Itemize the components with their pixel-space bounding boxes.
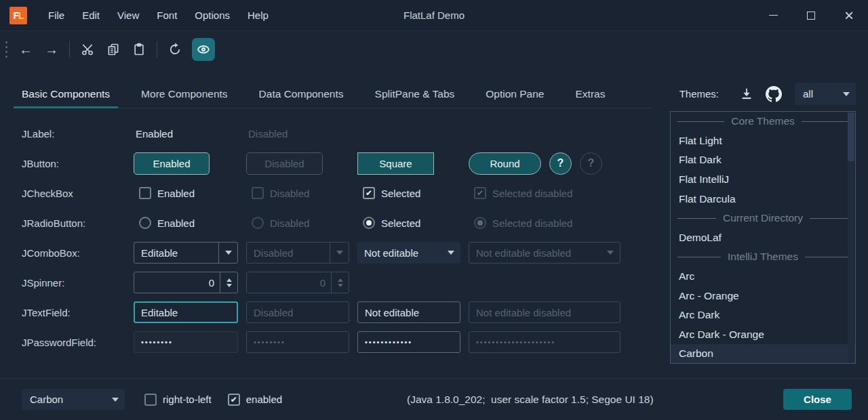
- spinner-up-icon[interactable]: [226, 278, 232, 282]
- password-input: [365, 338, 453, 346]
- combobox-editable[interactable]: Editable: [134, 242, 238, 264]
- row-jbutton: JButton: Enabled Disabled Square Round ?…: [0, 148, 620, 178]
- tab-more-components[interactable]: More Components: [133, 80, 236, 108]
- theme-item[interactable]: Arc Dark: [671, 306, 855, 325]
- theme-item[interactable]: Flat Light: [671, 131, 855, 151]
- themes-filter-combobox[interactable]: all: [795, 83, 856, 105]
- menu-options[interactable]: Options: [186, 0, 239, 31]
- menu-view[interactable]: View: [108, 0, 148, 31]
- passwordfield-editable[interactable]: [134, 331, 238, 353]
- logo-letter-l: L: [18, 10, 24, 21]
- scrollbar-thumb[interactable]: [848, 112, 854, 161]
- spinner-enabled[interactable]: [134, 272, 238, 293]
- close-window-button[interactable]: ×: [830, 0, 868, 30]
- paste-button[interactable]: [126, 37, 152, 62]
- toolbar-separator: [69, 41, 70, 58]
- textfield-input: [254, 307, 342, 318]
- passwordfield-not-editable-disabled: [469, 331, 620, 353]
- minimize-icon: [769, 15, 778, 16]
- github-icon: [766, 86, 782, 102]
- tab-extras[interactable]: Extras: [568, 80, 614, 108]
- radio-selected-icon: [363, 217, 375, 229]
- github-button[interactable]: [762, 83, 785, 105]
- checkbox-label: right-to-left: [163, 394, 212, 405]
- theme-item[interactable]: DemoLaf: [671, 228, 855, 248]
- spinner-buttons[interactable]: [220, 272, 237, 293]
- row-jlabel: JLabel: Enabled Disabled: [0, 119, 620, 148]
- tab-splitpane-tabs[interactable]: SplitPane & Tabs: [367, 80, 463, 108]
- maximize-button[interactable]: [792, 0, 830, 30]
- checkbox-enabled[interactable]: Enabled: [139, 187, 238, 199]
- help-button[interactable]: ?: [549, 152, 572, 175]
- combobox-value[interactable]: Editable: [134, 247, 218, 259]
- toolbar-separator: [157, 41, 157, 58]
- spinner-up-icon: [338, 278, 343, 282]
- eye-toggle-button[interactable]: [192, 38, 215, 61]
- chevron-down-icon[interactable]: [218, 243, 237, 263]
- checkbox-icon: [144, 394, 157, 406]
- scrollbar[interactable]: [848, 112, 854, 362]
- theme-switcher-value: Carbon: [22, 394, 106, 405]
- theme-group-separator: IntelliJ Themes: [671, 247, 855, 267]
- textfield-input[interactable]: [141, 307, 231, 318]
- question-icon: ?: [557, 157, 564, 169]
- row-label: JCheckBox: [22, 188, 134, 199]
- forward-button[interactable]: →: [39, 37, 64, 62]
- tab-data-components[interactable]: Data Components: [251, 80, 352, 108]
- refresh-button[interactable]: [162, 37, 188, 62]
- row-jpasswordfield: JPasswordField:: [0, 327, 620, 357]
- toolbar: ← →: [0, 31, 868, 68]
- menu-file[interactable]: File: [39, 0, 73, 31]
- theme-switcher-combobox[interactable]: Carbon: [22, 389, 125, 410]
- combobox-not-editable[interactable]: Not editable: [357, 242, 460, 264]
- radio-enabled[interactable]: Enabled: [139, 217, 238, 229]
- row-label: JTextField:: [22, 307, 134, 318]
- toolbar-drag-handle[interactable]: [5, 41, 7, 58]
- enabled-checkbox[interactable]: ✔ enabled: [228, 394, 282, 406]
- checkbox-checked-icon: ✔: [474, 187, 486, 199]
- jbutton-enabled[interactable]: Enabled: [134, 152, 210, 175]
- checkbox-disabled: Disabled: [252, 187, 349, 199]
- combobox-value: Not editable: [357, 247, 441, 259]
- password-input[interactable]: [141, 338, 231, 346]
- passwordfield-not-editable[interactable]: [357, 331, 460, 353]
- theme-item[interactable]: Flat Dark: [671, 150, 855, 170]
- row-label: JButton:: [22, 158, 134, 169]
- theme-item[interactable]: Arc Dark - Orange: [671, 325, 855, 345]
- close-button[interactable]: Close: [783, 389, 852, 410]
- row-jradiobutton: JRadioButton: Enabled Disabled Selected …: [0, 208, 620, 238]
- textfield-editable[interactable]: [134, 301, 238, 323]
- textfield-not-editable[interactable]: [357, 301, 460, 323]
- spinner-input[interactable]: [134, 272, 220, 293]
- theme-item[interactable]: Arc: [671, 267, 855, 287]
- back-button[interactable]: ←: [13, 37, 39, 62]
- menu-edit[interactable]: Edit: [73, 0, 108, 31]
- jbutton-square[interactable]: Square: [357, 152, 434, 175]
- download-themes-button[interactable]: [735, 83, 758, 105]
- theme-item[interactable]: Flat IntelliJ: [671, 170, 855, 190]
- checkbox-selected-disabled: ✔Selected disabled: [474, 187, 572, 199]
- refresh-icon: [168, 43, 182, 56]
- minimize-button[interactable]: [754, 0, 792, 30]
- jbutton-round[interactable]: Round: [469, 152, 541, 175]
- eye-icon: [196, 42, 211, 57]
- tab-option-pane[interactable]: Option Pane: [477, 80, 552, 108]
- spinner-input: [247, 272, 331, 293]
- password-input: [254, 338, 342, 346]
- menu-help[interactable]: Help: [239, 0, 277, 31]
- theme-item[interactable]: Flat Darcula: [671, 189, 855, 209]
- textfield-input: [365, 307, 453, 318]
- checkbox-checked-icon: ✔: [228, 394, 240, 406]
- tab-basic-components[interactable]: Basic Components: [14, 80, 118, 108]
- right-to-left-checkbox[interactable]: right-to-left: [144, 394, 212, 406]
- theme-item-selected[interactable]: Carbon: [671, 344, 855, 364]
- menu-font[interactable]: Font: [148, 0, 186, 31]
- radio-selected[interactable]: Selected: [363, 217, 460, 229]
- radio-selected-icon: [474, 217, 486, 229]
- spinner-down-icon[interactable]: [226, 284, 232, 287]
- cut-button[interactable]: [75, 37, 100, 62]
- chevron-down-icon: [106, 389, 125, 410]
- theme-item[interactable]: Arc - Orange: [671, 286, 855, 306]
- checkbox-selected[interactable]: ✔Selected: [363, 187, 460, 199]
- copy-button[interactable]: [100, 37, 126, 62]
